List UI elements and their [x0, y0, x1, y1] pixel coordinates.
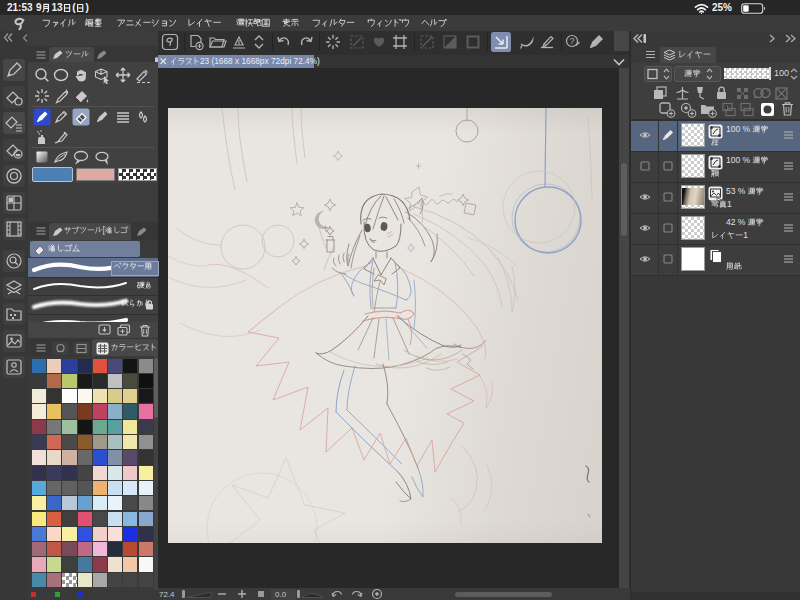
svg-text:0.0: 0.0: [275, 589, 287, 598]
svg-text:9: 9: [36, 2, 42, 13]
svg-text:(: (: [72, 2, 76, 13]
svg-text:1: 1: [727, 199, 732, 209]
svg-text:13: 13: [51, 2, 63, 13]
svg-text:21:53: 21:53: [7, 2, 33, 13]
svg-text:72.4: 72.4: [159, 589, 175, 598]
svg-text:100 %: 100 %: [726, 155, 751, 165]
svg-text:): ): [85, 2, 88, 13]
svg-text:100: 100: [774, 68, 789, 78]
svg-text:[: [: [103, 225, 106, 235]
svg-text:25%: 25%: [712, 2, 732, 13]
svg-text:42 %: 42 %: [726, 217, 746, 227]
svg-text:1: 1: [743, 230, 748, 240]
svg-text:100 %: 100 %: [726, 124, 751, 134]
svg-text:?: ?: [570, 36, 575, 46]
svg-text:23 (1668 x 1668px 72dpi 72.4%): 23 (1668 x 1668px 72dpi 72.4%): [200, 55, 320, 65]
svg-text:53 %: 53 %: [726, 186, 746, 196]
